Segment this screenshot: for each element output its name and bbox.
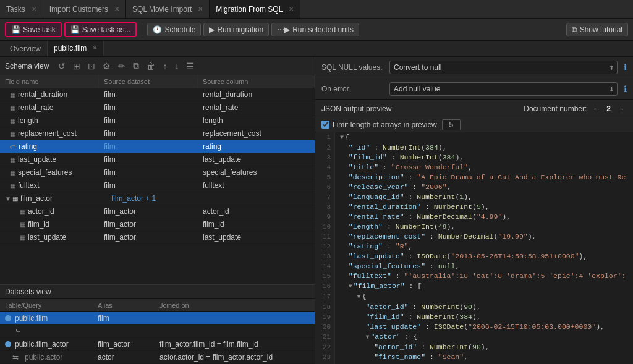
ds-alias-cell: film <box>98 314 159 323</box>
group-row-film-actor[interactable]: ▼ ▦ film_actor film_actor + 1 <box>0 192 315 205</box>
run-migration-button[interactable]: ▶ Run migration <box>203 23 269 36</box>
field-type-icon: ▦ <box>10 182 15 189</box>
code-line: 23 "first_name" : "Sean", <box>315 352 633 362</box>
json-code-area[interactable]: 1 ▼{ 2 "_id" : NumberInt(384), 3 "film_i… <box>315 132 633 364</box>
table-row[interactable]: ▦ rental_rate film rental_rate <box>0 101 315 114</box>
code-line: 18 "actor_id" : NumberInt(90), <box>315 302 633 312</box>
field-type-icon: ▦ <box>10 156 15 163</box>
field-type-icon: ▦ <box>10 130 15 137</box>
code-line: 5 "description" : "A Epic Drama of a Cat… <box>315 172 633 182</box>
on-error-select[interactable]: Add null value Skip field Skip document <box>389 82 618 96</box>
schedule-button[interactable]: 🕐 Schedule <box>147 23 201 36</box>
expand-toggle[interactable]: ▼ <box>349 283 352 290</box>
doc-number: 2 <box>606 104 611 113</box>
code-line: 2 "_id" : NumberInt(384), <box>315 143 633 153</box>
dataset-cell: film <box>99 101 198 114</box>
field-type-icon: ▦ <box>10 169 15 176</box>
tab-sql-movie-import-label: SQL Movie Import <box>132 5 192 14</box>
sql-null-label: SQL NULL values: <box>321 63 383 72</box>
on-error-info-icon[interactable]: ℹ <box>624 84 627 94</box>
table-row[interactable]: ▦ actor_id film_actor actor_id <box>0 205 315 218</box>
tab-tasks-label: Tasks <box>6 5 25 14</box>
copy-icon[interactable]: ⧉ <box>131 59 141 72</box>
limit-array-checkbox[interactable] <box>321 121 329 129</box>
ds-table-cell: public.film <box>5 314 98 323</box>
group-name: film_actor <box>20 194 53 203</box>
left-panel: Schema view ↺ ⊞ ⊡ ⚙ ✏ ⧉ 🗑 ↑ ↓ ☰ Field na… <box>0 57 315 364</box>
more-icon[interactable]: ☰ <box>184 60 196 72</box>
tab-bar: Tasks ✕ Import Customers ✕ SQL Movie Imp… <box>0 0 633 19</box>
ds-tree-row-share[interactable]: ⤷ <box>0 325 315 338</box>
field-type-icon: ▦ <box>20 208 25 215</box>
table-row[interactable]: ▦ length film length <box>0 114 315 127</box>
code-line: 3 "film_id" : NumberInt(384), <box>315 153 633 163</box>
limit-array-input[interactable] <box>442 119 461 130</box>
show-tutorial-button[interactable]: ⧉ Show tutorial <box>566 23 628 36</box>
run-selected-icon: ⋯▶ <box>277 25 290 34</box>
run-icon: ▶ <box>209 25 215 34</box>
sub-tab-overview[interactable]: Overview <box>4 41 48 56</box>
sql-null-select-wrap: Convert to null Keep as null <box>389 61 618 74</box>
tab-import-customers-close[interactable]: ✕ <box>114 6 119 12</box>
edit-icon[interactable]: ✏ <box>116 60 127 72</box>
right-panel: SQL NULL values: Convert to null Keep as… <box>315 57 633 364</box>
doc-prev-button[interactable]: ← <box>590 104 603 114</box>
expand-toggle[interactable]: ▼ <box>340 134 344 141</box>
table-row[interactable]: ▦ fulltext film fulltext <box>0 179 315 192</box>
table-row-selected[interactable]: 🏷 rating film rating <box>0 140 315 153</box>
doc-next-button[interactable]: → <box>614 104 627 114</box>
datasets-table-header: Table/Query Alias Joined on <box>0 299 315 312</box>
table-row[interactable]: ▦ last_update film last_update <box>0 153 315 166</box>
table-row[interactable]: ▦ rental_duration film rental_duration <box>0 88 315 101</box>
move-down-icon[interactable]: ↓ <box>172 60 181 72</box>
save-task-button[interactable]: 💾 Save task <box>5 22 62 37</box>
table-row[interactable]: ▦ replacement_cost film replacement_cost <box>0 127 315 140</box>
run-selected-label: Run selected units <box>292 25 354 34</box>
table-row[interactable]: ▦ film_id film_actor film_id <box>0 218 315 231</box>
json-preview-label: JSON output preview <box>321 104 391 113</box>
expand-toggle[interactable]: ▼ <box>357 294 361 300</box>
code-line: 1 ▼{ <box>315 132 633 143</box>
tab-import-customers-label: Import Customers <box>49 5 108 14</box>
ds-col-table: Table/Query <box>0 299 93 311</box>
limit-array-label[interactable]: Limit length of arrays in preview <box>321 121 437 129</box>
move-up-icon[interactable]: ↑ <box>161 60 169 72</box>
add-computed-icon[interactable]: ⊡ <box>86 60 97 72</box>
add-field-icon[interactable]: ⊞ <box>71 60 82 72</box>
dataset-cell: film <box>99 114 198 127</box>
share-icon: ⤷ <box>5 327 21 336</box>
options-icon[interactable]: ⚙ <box>101 60 113 72</box>
ds-row-film-actor[interactable]: public.film_actor film_actor film_actor.… <box>0 338 315 351</box>
sql-null-select[interactable]: Convert to null Keep as null <box>389 61 618 74</box>
tab-tasks-close[interactable]: ✕ <box>32 6 36 12</box>
ds-joined-cell: actor.actor_id = film_actor.actor_id <box>159 353 310 362</box>
table-row[interactable]: ▦ special_features film special_features <box>0 166 315 179</box>
expand-toggle[interactable]: ▼ <box>365 334 369 341</box>
ds-row-actor[interactable]: ⇆ public.actor actor actor.actor_id = fi… <box>0 351 315 364</box>
table-row[interactable]: ▦ last_update film_actor last_update <box>0 231 315 244</box>
dataset-cell: film_actor <box>99 231 198 243</box>
expand-icon[interactable]: ▼ <box>5 195 11 202</box>
field-type-icon: ▦ <box>20 221 25 228</box>
run-selected-units-button[interactable]: ⋯▶ Run selected units <box>271 23 359 36</box>
ds-row-film[interactable]: public.film film <box>0 312 315 325</box>
toolbar-separator-1 <box>142 23 142 36</box>
tab-migration-from-sql[interactable]: Migration From SQL ✕ <box>210 0 300 18</box>
tab-import-customers[interactable]: Import Customers ✕ <box>43 0 126 18</box>
delete-icon[interactable]: 🗑 <box>145 60 157 72</box>
sub-tab-public-film[interactable]: public.film ✕ <box>48 41 104 56</box>
tab-migration-from-sql-close[interactable]: ✕ <box>289 6 294 12</box>
sub-tab-close[interactable]: ✕ <box>92 44 97 51</box>
arrows-icon: ⇆ <box>12 353 19 362</box>
code-line: 20 "last_update" : ISODate("2006-02-15T1… <box>315 322 633 332</box>
save-task-as-button[interactable]: 💾 Save task as... <box>64 22 137 37</box>
refresh-icon[interactable]: ↺ <box>56 60 67 72</box>
tab-tasks[interactable]: Tasks ✕ <box>0 0 43 18</box>
tab-sql-movie-import-close[interactable]: ✕ <box>198 6 203 12</box>
tab-sql-movie-import[interactable]: SQL Movie Import ✕ <box>126 0 210 18</box>
group-dataset-link[interactable]: film_actor + 1 <box>111 194 210 203</box>
source-cell: rental_rate <box>198 101 315 114</box>
code-line: 6 "release_year" : "2006", <box>315 182 633 192</box>
sql-null-info-icon[interactable]: ℹ <box>624 62 627 72</box>
dataset-cell: film <box>99 153 198 166</box>
